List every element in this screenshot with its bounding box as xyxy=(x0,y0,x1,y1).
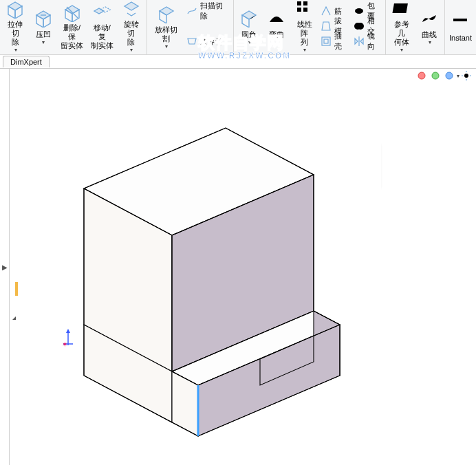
svg-marker-17 xyxy=(242,11,256,19)
dropdown-arrow-icon: ▾ xyxy=(165,43,168,50)
svg-marker-23 xyxy=(322,22,330,30)
move-copy-icon xyxy=(91,3,113,22)
ribbon-group-ref: 参考几 何体 ▾ 曲线 ▾ xyxy=(386,0,445,54)
panel-collapse-handle[interactable]: ▶ xyxy=(0,69,10,465)
dropdown-arrow-icon: ▾ xyxy=(429,39,431,45)
shell-button[interactable]: 抽壳 xyxy=(318,34,351,49)
svg-rect-19 xyxy=(297,1,301,6)
chevron-right-icon: ▶ xyxy=(2,263,8,271)
svg-rect-33 xyxy=(453,19,467,21)
rotate-cut-button[interactable]: 旋转切 除 ▾ xyxy=(117,1,145,51)
dropdown-arrow-icon: ▾ xyxy=(276,39,279,45)
display-icon[interactable] xyxy=(443,69,455,82)
swept-cut-button[interactable]: 扫描切除 xyxy=(184,3,232,19)
ribbon-group-feat: 圆角 ▾ 弯曲 ▾ 线性阵 列 ▾ 筋 xyxy=(234,0,386,54)
fillet-icon xyxy=(238,7,260,29)
wrap-icon xyxy=(354,6,365,17)
revolve-cut-icon xyxy=(32,7,54,29)
mirror-icon xyxy=(354,36,365,47)
boundary-cut-icon xyxy=(186,36,197,47)
curves-icon xyxy=(418,7,440,29)
svg-rect-21 xyxy=(297,8,301,12)
svg-point-37 xyxy=(464,74,468,78)
svg-marker-30 xyxy=(355,39,358,44)
svg-marker-13 xyxy=(125,2,138,10)
svg-rect-20 xyxy=(303,1,307,6)
graphics-canvas[interactable]: ▾ ▸ 凸台-拉伸1 | ▾ ↳ 草图1 圆角 沿实体或曲面特征中的一条或多条边… xyxy=(10,69,476,465)
svg-rect-22 xyxy=(303,8,307,12)
svg-marker-0 xyxy=(8,2,22,10)
dropdown-arrow-icon: ▾ xyxy=(14,47,17,53)
ribbon-group-instant: Instant xyxy=(445,0,476,54)
svg-point-28 xyxy=(357,23,364,30)
dropdown-arrow-icon: ▾ xyxy=(303,47,306,53)
bend-button[interactable]: 弯曲 ▾ xyxy=(263,1,290,51)
settings-icon[interactable] xyxy=(460,69,473,82)
pattern-cut-button[interactable]: 放样切割 ▾ xyxy=(149,1,184,51)
dropdown-arrow-icon: ▾ xyxy=(130,47,133,53)
dropdown-arrow-icon[interactable]: ▾ xyxy=(457,73,459,79)
ref-geom-icon xyxy=(391,0,413,19)
dropdown-arrow-icon: ▾ xyxy=(400,47,403,53)
work-area: ▶ ▾ ▸ 凸台-拉伸1 | ▾ ↳ 草图1 圆角 沿实体 xyxy=(0,69,476,465)
handle-triangle-icon[interactable] xyxy=(12,316,16,320)
svg-marker-31 xyxy=(360,39,363,44)
handle-bar-icon[interactable] xyxy=(15,282,18,296)
quick-view-toolbar: ▾ xyxy=(415,69,473,83)
svg-marker-16 xyxy=(188,39,196,44)
left-edge-handles xyxy=(10,282,18,320)
delete-keep-icon xyxy=(61,3,83,22)
boundary-cut-button[interactable]: 边界切 xyxy=(184,34,232,49)
swept-cut-icon xyxy=(186,6,197,17)
appearance-icon[interactable] xyxy=(415,69,428,82)
linear-pattern-icon xyxy=(294,0,316,19)
dropdown-arrow-icon: ▾ xyxy=(42,39,45,45)
instant-icon xyxy=(449,10,471,32)
tab-bar: DimXpert xyxy=(0,55,476,69)
instant-button[interactable]: Instant xyxy=(446,1,475,51)
extrude-cut-icon xyxy=(4,0,26,19)
rotate-cut-icon xyxy=(120,0,142,19)
ribbon-group-sweep: 放样切割 ▾ 扫描切除 边界切 xyxy=(147,0,234,54)
intersect-icon xyxy=(354,21,365,32)
svg-point-36 xyxy=(446,72,453,79)
tab-dimxpert[interactable]: DimXpert xyxy=(3,56,50,67)
revolve-cut-button[interactable]: 压凹 ▾ xyxy=(30,1,57,51)
linear-pattern-button[interactable]: 线性阵 列 ▾ xyxy=(290,1,318,51)
ribbon: 拉伸切 除 ▾ 压凹 ▾ 删除/保 留实体 移动/复 制实体 xyxy=(0,0,476,55)
ribbon-group-cut: 拉伸切 除 ▾ 压凹 ▾ 删除/保 留实体 移动/复 制实体 xyxy=(0,0,147,54)
svg-marker-14 xyxy=(160,7,173,15)
fillet-button[interactable]: 圆角 ▾ xyxy=(235,1,263,51)
model-3d xyxy=(37,96,381,465)
extrude-cut-button[interactable]: 拉伸切 除 ▾ xyxy=(1,1,30,51)
rib-icon xyxy=(321,6,332,17)
shell-icon xyxy=(321,36,332,47)
curves-button[interactable]: 曲线 ▾ xyxy=(415,1,443,51)
svg-point-34 xyxy=(418,72,425,79)
svg-point-26 xyxy=(355,8,363,14)
svg-rect-32 xyxy=(392,3,407,13)
pattern-cut-icon xyxy=(155,3,177,24)
move-copy-button[interactable]: 移动/复 制实体 xyxy=(87,1,117,51)
scene-icon[interactable] xyxy=(429,69,442,82)
bend-icon xyxy=(266,7,288,29)
svg-point-35 xyxy=(432,72,439,79)
svg-rect-24 xyxy=(322,37,330,45)
dropdown-arrow-icon: ▾ xyxy=(248,39,251,45)
draft-icon xyxy=(321,21,332,32)
mirror-button[interactable]: 镜向 xyxy=(351,34,385,49)
ref-geom-button[interactable]: 参考几 何体 ▾ xyxy=(387,1,415,51)
svg-rect-25 xyxy=(324,39,328,43)
delete-keep-button[interactable]: 删除/保 留实体 xyxy=(57,1,87,51)
